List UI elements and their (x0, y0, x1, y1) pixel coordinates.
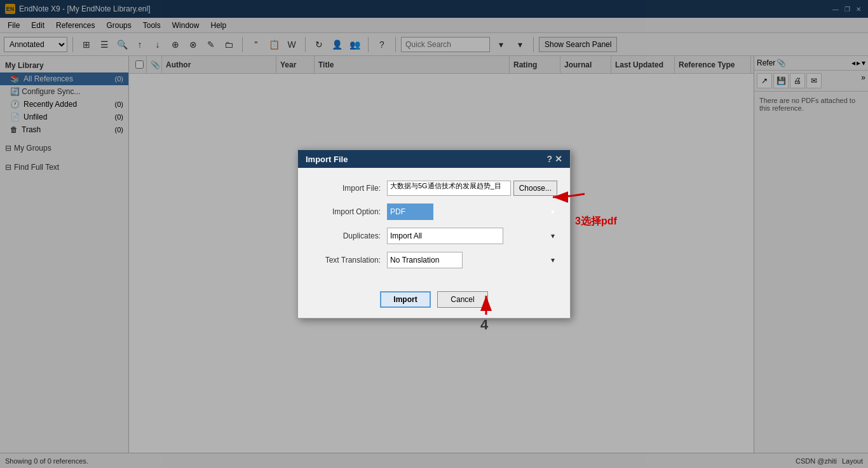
duplicates-select-wrap: Import All Discard Duplicates Import int… (387, 228, 557, 244)
import-file-label: Import File: (311, 184, 387, 193)
text-translation-row: Text Translation: No Translation Unicode… (311, 252, 557, 268)
import-file-dialog: Import File ? ✕ Import File: 大数据与5G通信技术的… (297, 149, 571, 319)
dialog-body: Import File: 大数据与5G通信技术的发展趋势_目 Choose...… (298, 168, 570, 286)
text-translation-select-wrap: No Translation Unicode to ASCII ASCII to… (387, 252, 557, 268)
import-option-label: Import Option: (311, 207, 387, 216)
duplicates-select[interactable]: Import All Discard Duplicates Import int… (387, 228, 503, 244)
duplicates-row: Duplicates: Import All Discard Duplicate… (311, 228, 557, 244)
choose-file-button[interactable]: Choose... (513, 181, 557, 196)
import-option-row: Import Option: PDF EndNote RIS BibTeX (311, 203, 557, 220)
import-file-value: 大数据与5G通信技术的发展趋势_目 (387, 181, 511, 196)
import-file-input-group: 大数据与5G通信技术的发展趋势_目 Choose... (387, 181, 557, 196)
import-option-select[interactable]: PDF EndNote RIS BibTeX (387, 203, 433, 220)
dialog-help-button[interactable]: ? (546, 154, 552, 164)
dialog-title-text: Import File (306, 155, 348, 164)
dialog-footer: Import Cancel (298, 286, 570, 318)
text-translation-select[interactable]: No Translation Unicode to ASCII ASCII to… (387, 252, 463, 268)
text-translation-label: Text Translation: (311, 256, 387, 265)
import-option-select-wrap: PDF EndNote RIS BibTeX (387, 203, 557, 220)
cancel-button[interactable]: Cancel (437, 291, 488, 308)
import-button[interactable]: Import (380, 291, 431, 308)
import-file-row: Import File: 大数据与5G通信技术的发展趋势_目 Choose... (311, 181, 557, 196)
duplicates-label: Duplicates: (311, 231, 387, 240)
dialog-title-bar: Import File ? ✕ (298, 150, 570, 168)
dialog-close-button[interactable]: ✕ (555, 154, 562, 164)
dialog-title-controls: ? ✕ (546, 154, 562, 164)
modal-overlay: Import File ? ✕ Import File: 大数据与5G通信技术的… (0, 0, 868, 468)
